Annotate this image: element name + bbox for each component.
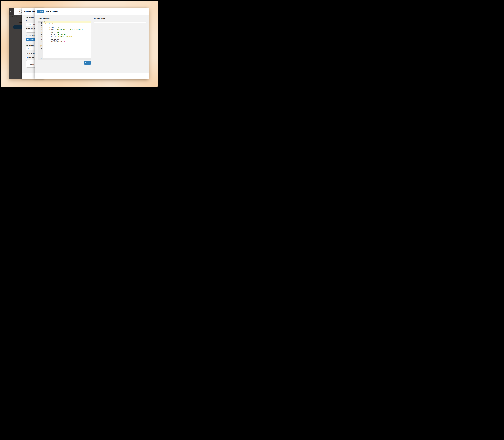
code-token <box>44 32 50 33</box>
plus-icon: + <box>27 39 28 40</box>
code-token: : <box>54 28 56 30</box>
screenshot-canvas: ‹ Description › T INT ✕ Webhook Edit Web… <box>0 0 158 88</box>
back-button[interactable]: ←Back <box>37 10 44 13</box>
code-line[interactable]: } <box>43 44 91 46</box>
code-token <box>44 46 45 48</box>
raw-data-radio-label: Raw Data <box>28 57 34 58</box>
code-token: "nv_uid" <box>48 28 54 30</box>
status-line-number: Ln: 1 <box>39 58 42 60</box>
code-token: "profileData" <box>48 30 58 32</box>
webhook-config-section-label: Webhook Conf <box>26 17 35 18</box>
code-line[interactable]: "whatsapp_opt_in": 1 <box>43 41 91 43</box>
code-token: , <box>83 28 84 30</box>
code-line[interactable]: "email_opt_in": 1, <box>43 37 91 39</box>
code-token: ] <box>45 46 46 48</box>
fold-caret-icon[interactable]: ▾ <box>43 30 43 32</box>
code-token: , <box>61 39 62 41</box>
gutter-line-number: 7 <box>38 32 43 34</box>
gutter-line-number: 1▾ <box>38 21 43 23</box>
code-line[interactable]: } <box>43 48 91 50</box>
gutter-line-number: 16 <box>38 48 43 50</box>
code-token: 1 <box>62 37 62 39</box>
code-line[interactable]: "nv_uid": "dc61234-1234-12a4-af92-19aca3… <box>43 28 91 30</box>
code-token <box>44 23 45 25</box>
code-token: , <box>73 36 74 37</box>
fold-caret-icon[interactable]: ▾ <box>43 23 43 25</box>
code-token: , <box>62 37 63 39</box>
code-token <box>44 44 47 46</box>
test-webhook-panel: ←Back Test Webhook Webhook Request Webho… <box>35 8 149 79</box>
add-more-button[interactable]: +Add More <box>26 38 35 41</box>
code-token: "12345" <box>56 27 61 28</box>
gutter-line-number: 6▾ <box>38 30 43 32</box>
code-token <box>44 27 48 28</box>
tab-description[interactable]: Description <box>10 15 17 17</box>
code-token: "mobile" <box>50 34 56 35</box>
gutter-line-number: 10 <box>38 37 43 39</box>
default-body-radio-label: Default Body <box>28 53 36 54</box>
fold-caret-icon[interactable]: ▾ <box>43 21 43 23</box>
code-line[interactable]: "mobile": "+1234567890", <box>43 34 91 36</box>
code-line[interactable]: ] <box>43 46 91 48</box>
editor-status-bar: Ln: 1 Col: 1 <box>38 58 91 60</box>
code-token <box>44 41 50 42</box>
code-token: : <box>59 39 60 41</box>
code-line[interactable]: "profileData": { <box>43 30 91 32</box>
gutter-line-number: 5 <box>38 28 43 30</box>
code-token: } <box>47 44 48 46</box>
code-line[interactable]: "name": "Test", <box>43 32 91 34</box>
code-token: "email_opt_in" <box>50 37 60 39</box>
code-token: } <box>44 48 44 49</box>
webhook-response-label: Webhook Response <box>94 18 106 19</box>
chevron-left-icon: ‹ <box>10 10 11 13</box>
code-line[interactable]: "email": "john.doe@example.com", <box>43 35 91 37</box>
webhook-urls-label: Webhook urls* <box>26 27 35 29</box>
gutter-line-number: 3▾ <box>38 25 43 27</box>
sidebar-back-button[interactable]: ‹ <box>9 8 14 15</box>
webhook-response-field[interactable] <box>94 21 146 23</box>
page-title: Test Webhook <box>46 10 58 13</box>
code-token: { <box>44 21 45 23</box>
gutter-line-number: 15 <box>38 46 43 48</box>
code-line[interactable]: "userID": "12345", <box>43 27 91 28</box>
code-line[interactable]: { <box>43 25 91 27</box>
code-line[interactable]: { <box>43 21 91 23</box>
default-body-radio[interactable] <box>26 53 28 54</box>
webhook-content-type-label: Webhook Cont <box>26 45 35 46</box>
dark-page-button[interactable] <box>14 26 23 29</box>
code-token: "userID" <box>48 27 54 28</box>
code-line[interactable]: "sms_opt_in": 1, <box>43 39 91 41</box>
code-token <box>44 30 48 32</box>
url-key-value-label: URL Key Value <box>26 35 35 36</box>
close-icon: ✕ <box>19 11 20 12</box>
code-token: [ <box>54 23 55 25</box>
submit-button[interactable]: Submit <box>84 61 91 65</box>
code-token: 1 <box>64 41 65 42</box>
drawer-title: Webhook Edit <box>24 11 35 13</box>
code-token: "john.doe@example.com" <box>56 36 73 37</box>
editor-code[interactable]: { "profiles": [ { "userID": "12345", "nv… <box>43 21 91 58</box>
code-line[interactable]: "profiles": [ <box>43 23 91 25</box>
code-token: : <box>56 34 57 35</box>
code-token: : <box>55 36 56 37</box>
name-label: Name* <box>26 20 30 22</box>
code-token <box>44 34 50 35</box>
gutter-line-number: 8 <box>38 34 43 36</box>
raw-data-radio[interactable] <box>26 56 28 58</box>
page-heading-partial: INT <box>19 22 22 24</box>
gutter-line-number: 4 <box>38 27 43 28</box>
back-arrow-icon: ← <box>38 11 39 12</box>
test-webhook-body: Webhook Request Webhook Response 1▾2▾3▾4… <box>35 15 149 73</box>
fold-caret-icon[interactable]: ▾ <box>43 25 43 27</box>
tab-separator-chevron-icon: › <box>20 14 21 19</box>
json-code-editor[interactable]: 1▾2▾3▾456▾78910111213141516 { "profiles"… <box>38 21 91 60</box>
gutter-line-number: 13 <box>38 42 43 44</box>
code-token: , <box>67 34 68 35</box>
code-token: "email" <box>50 36 55 37</box>
webhook-request-label: Webhook Request <box>38 18 50 19</box>
drawer-close-button[interactable]: ✕ <box>18 10 22 14</box>
code-token: : <box>58 30 60 32</box>
back-button-label: Back <box>40 11 43 12</box>
code-line[interactable]: } <box>43 42 91 44</box>
gutter-line-number: 9 <box>38 35 43 37</box>
